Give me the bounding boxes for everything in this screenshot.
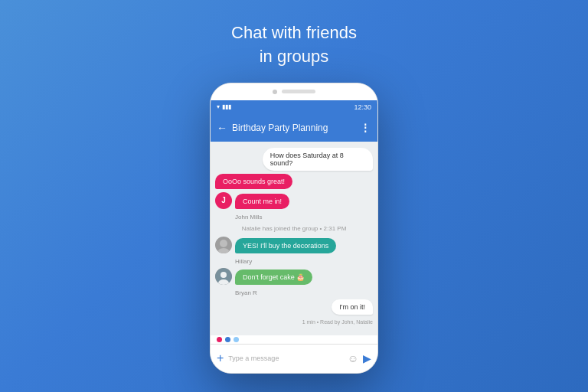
status-bar: ▾ ▮▮▮ 12:30 <box>211 100 377 114</box>
message-group-pink: OoOo sounds great! <box>215 174 373 189</box>
chat-title: Birthday Party Planning <box>232 122 355 133</box>
back-button[interactable]: ← <box>217 122 227 134</box>
phone-speaker <box>282 90 315 93</box>
svg-point-0 <box>220 240 227 247</box>
avatar-john: J <box>215 192 232 209</box>
message-im-on-it: I'm on it! <box>215 299 373 315</box>
sender-name-hillary: Hillary <box>235 258 373 265</box>
message-meta-read: 1 min • Read by John, Natalie <box>215 319 373 325</box>
message-decorations: YES! I'll buy the decorations <box>215 237 373 253</box>
sender-name-bryan: Bryan R <box>235 289 373 296</box>
chat-header: ← Birthday Party Planning ⋮ <box>211 114 377 142</box>
message-count-me-in: J Count me in! <box>215 192 373 209</box>
message-input-placeholder[interactable]: Type a message <box>228 354 342 362</box>
more-options-icon[interactable]: ⋮ <box>360 122 371 134</box>
headline-line1: Chat with friends <box>231 23 357 42</box>
avatar-hillary <box>215 237 232 253</box>
svg-point-3 <box>220 272 227 278</box>
wifi-icon: ▾ <box>217 103 220 110</box>
bubble-decorations: YES! I'll buy the decorations <box>235 238 336 253</box>
phone-shell: ▾ ▮▮▮ 12:30 ← Birthday Party Planning ⋮ … <box>210 83 378 374</box>
send-button[interactable]: ▶ <box>363 352 371 364</box>
message-bubble-right-1: How does Saturday at 8 sound? <box>215 148 373 171</box>
system-message-natalie: Natalie has joined the group • 2:31 PM <box>215 224 373 234</box>
headline: Chat with friends in groups <box>231 21 357 69</box>
phone-mockup: ▾ ▮▮▮ 12:30 ← Birthday Party Planning ⋮ … <box>210 83 378 374</box>
chat-input-bar: + Type a message ☺ ▶ <box>211 344 377 373</box>
signal-bars-icon: ▮▮▮ <box>222 103 231 110</box>
status-icons: ▾ ▮▮▮ <box>217 103 231 110</box>
emoji-button[interactable]: ☺ <box>348 352 358 364</box>
bubble-count-me-in: Count me in! <box>235 194 289 209</box>
status-time: 12:30 <box>354 103 371 111</box>
add-button[interactable]: + <box>217 351 224 365</box>
bubble-cake: Don't forget cake 🎂 <box>235 270 312 285</box>
message-cake: Don't forget cake 🎂 <box>215 268 373 285</box>
avatar-bryan <box>215 268 232 285</box>
bubble-im-on-it: I'm on it! <box>332 299 373 315</box>
phone-camera <box>273 90 277 94</box>
bubble-oooo: OoOo sounds great! <box>215 174 292 189</box>
bubble-saturday: How does Saturday at 8 sound? <box>263 148 373 171</box>
chat-body: How does Saturday at 8 sound? OoOo sound… <box>211 142 377 335</box>
sender-name-john: John Mills <box>235 214 373 220</box>
phone-top-bar <box>211 83 377 100</box>
dots-indicator <box>211 335 377 344</box>
dot-2 <box>225 337 230 342</box>
headline-line2: in groups <box>260 47 329 66</box>
dot-1 <box>217 337 222 342</box>
dot-3 <box>234 337 239 342</box>
svg-point-1 <box>217 248 230 253</box>
